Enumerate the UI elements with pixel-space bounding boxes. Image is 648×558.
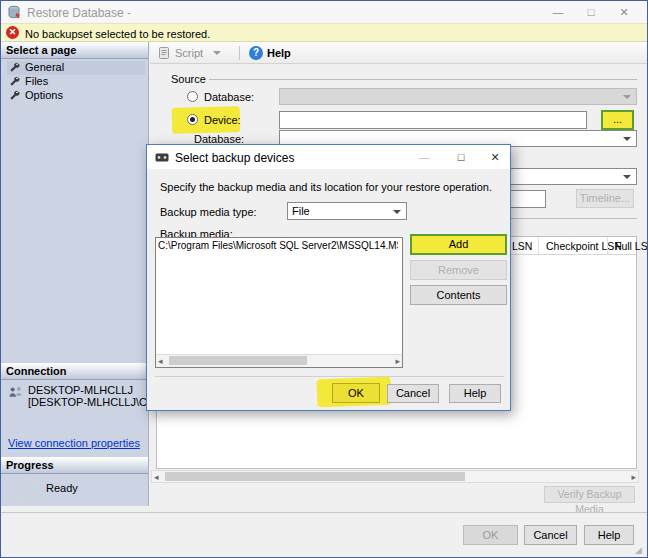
close-button[interactable]: ✕	[613, 5, 635, 20]
scroll-left-icon[interactable]: ◂	[158, 355, 163, 367]
sidebar-item-options[interactable]: Options	[7, 89, 145, 103]
backup-device-icon	[155, 152, 169, 163]
device-radio-label: Device:	[204, 114, 241, 126]
wrench-icon	[9, 62, 20, 73]
help-icon: ?	[249, 46, 263, 60]
scroll-right-icon[interactable]: ▸	[631, 471, 636, 483]
view-connection-properties-link[interactable]: View connection properties	[8, 437, 140, 449]
browse-device-button[interactable]: ...	[601, 110, 634, 130]
modal-cancel-button[interactable]: Cancel	[387, 384, 439, 403]
modal-title: Select backup devices	[175, 151, 294, 165]
main-cancel-button[interactable]: Cancel	[524, 525, 577, 545]
main-help-button[interactable]: Help	[584, 525, 634, 545]
warning-text: No backupset selected to be restored.	[25, 28, 210, 40]
connection-header: Connection	[1, 363, 148, 380]
sidebar-item-files[interactable]: Files	[7, 75, 145, 89]
script-icon	[158, 46, 171, 60]
database-radio-label: Database:	[204, 91, 254, 103]
sidebar-item-label: Options	[25, 89, 63, 101]
connection-server: DESKTOP-MLHCLLJ	[28, 384, 133, 396]
sidebar-item-label: Files	[25, 75, 48, 87]
device-radio[interactable]	[187, 114, 198, 125]
toolbar-separator	[239, 46, 240, 60]
modal-minimize-button[interactable]: —	[411, 149, 437, 165]
wrench-icon	[9, 76, 20, 87]
main-ok-button[interactable]: OK	[463, 525, 518, 545]
help-button[interactable]: Help	[267, 47, 291, 59]
progress-spinner-icon	[14, 478, 40, 504]
scrollbar-thumb[interactable]	[169, 356, 307, 365]
media-type-value: File	[292, 205, 310, 217]
contents-button[interactable]: Contents	[410, 285, 507, 305]
scroll-left-icon[interactable]: ◂	[154, 471, 159, 483]
grid-col-lsn: LSN	[512, 240, 532, 252]
source-group-line	[209, 79, 637, 80]
device-input[interactable]	[279, 111, 587, 129]
modal-description: Specify the backup media and its locatio…	[160, 181, 492, 193]
remove-button[interactable]: Remove	[410, 260, 507, 280]
maximize-button[interactable]: □	[580, 5, 602, 20]
source-group-label: Source	[171, 73, 206, 85]
restore-database-window: Restore Database - — □ ✕ ✕ No backupset …	[0, 0, 648, 558]
verify-backup-media-button[interactable]: Verify Backup Media	[544, 486, 635, 503]
modal-close-button[interactable]: ✕	[482, 149, 508, 165]
timeline-button[interactable]: Timeline...	[576, 189, 634, 208]
scroll-right-icon[interactable]: ▸	[395, 355, 400, 367]
media-type-label: Backup media type:	[160, 206, 257, 218]
modal-help-button[interactable]: Help	[449, 384, 501, 403]
footer-separator	[1, 512, 648, 513]
scrollbar-thumb[interactable]	[165, 472, 465, 481]
grid-col-checkpoint-lsn: Checkpoint LSN	[546, 240, 622, 252]
media-list-scrollbar[interactable]: ◂ ▸	[156, 354, 402, 367]
select-backup-devices-dialog: Select backup devices — □ ✕ Specify the …	[146, 144, 511, 411]
progress-header: Progress	[1, 457, 148, 474]
sidebar-item-general[interactable]: General	[7, 61, 145, 75]
modal-footer-separator	[155, 376, 504, 377]
modal-maximize-button[interactable]: □	[448, 149, 474, 165]
database-radio[interactable]	[187, 91, 198, 102]
media-type-dropdown[interactable]: File	[287, 202, 407, 220]
error-icon: ✕	[6, 26, 19, 39]
connection-users-icon	[8, 385, 23, 400]
restore-database-icon	[7, 5, 22, 20]
media-list-item[interactable]: C:\Program Files\Microsoft SQL Server2\M…	[158, 240, 398, 251]
script-dropdown-caret[interactable]	[213, 51, 221, 55]
grid-horizontal-scrollbar[interactable]: ◂ ▸	[151, 470, 639, 483]
select-a-page-header: Select a page	[1, 42, 148, 59]
wrench-icon	[9, 90, 20, 101]
grid-col-full-lsn: Full LS	[615, 240, 648, 252]
script-button[interactable]: Script	[175, 47, 203, 59]
modal-ok-button[interactable]: OK	[332, 383, 380, 403]
window-title: Restore Database -	[27, 6, 131, 20]
sidebar-item-label: General	[25, 61, 64, 73]
progress-status: Ready	[46, 482, 78, 494]
content-toolbar	[150, 42, 648, 64]
minimize-button[interactable]: —	[547, 5, 569, 20]
source-database-dropdown[interactable]	[279, 88, 637, 105]
add-button[interactable]: Add	[410, 234, 507, 255]
resize-grip[interactable]: ◢	[635, 545, 642, 555]
backup-media-list[interactable]: C:\Program Files\Microsoft SQL Server2\M…	[155, 237, 403, 368]
